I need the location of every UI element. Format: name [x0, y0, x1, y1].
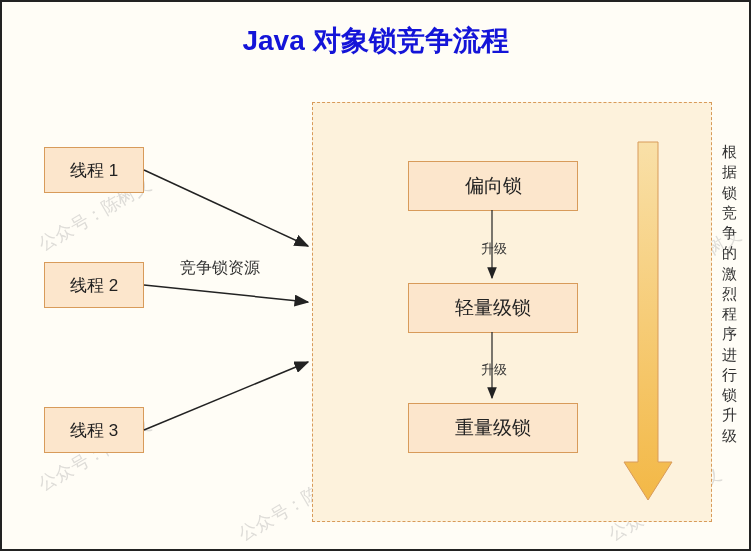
thread-box-2: 线程 2 [44, 262, 144, 308]
thread-box-1: 线程 1 [44, 147, 144, 193]
diagram-title: Java 对象锁竞争流程 [2, 22, 749, 60]
upgrade-label-1: 升级 [481, 240, 507, 258]
lock-container: 偏向锁 轻量级锁 重量级锁 升级 升级 [312, 102, 712, 522]
svg-line-3 [144, 362, 308, 430]
lock-box-lightweight: 轻量级锁 [408, 283, 578, 333]
upgrade-label-2: 升级 [481, 361, 507, 379]
thread-box-3: 线程 3 [44, 407, 144, 453]
side-text: 根据锁竞争的激烈程序进行锁升级 [719, 142, 739, 446]
svg-line-1 [144, 170, 308, 246]
lock-box-heavyweight: 重量级锁 [408, 403, 578, 453]
lock-box-biased: 偏向锁 [408, 161, 578, 211]
svg-line-2 [144, 285, 308, 302]
edge-label-compete: 竞争锁资源 [180, 258, 260, 279]
